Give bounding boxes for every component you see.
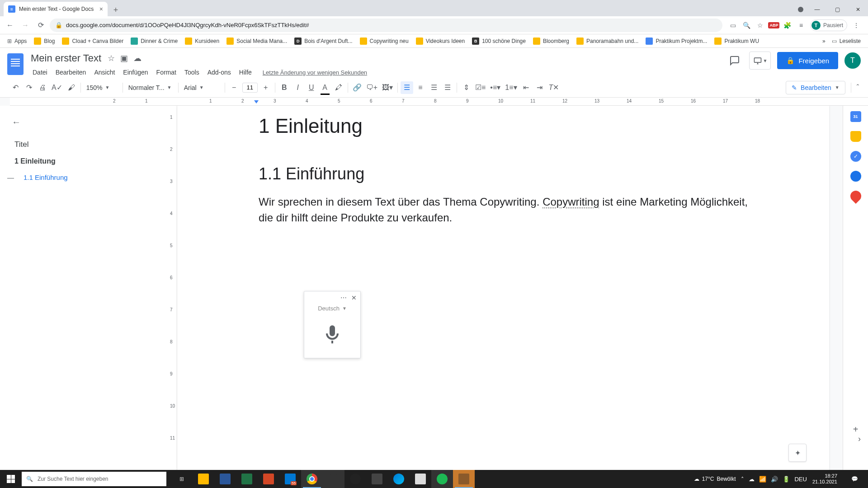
keep-app-icon[interactable] — [850, 131, 861, 142]
document-page[interactable]: 1 Einleitung 1.1 Einführung Wir sprechen… — [177, 106, 829, 471]
outline-heading-2[interactable]: 1.1 Einführung — [9, 170, 158, 185]
highlight-color-button[interactable]: 🖍 — [332, 81, 345, 94]
bold-button[interactable]: B — [278, 81, 291, 94]
taskbar-excel[interactable] — [236, 470, 258, 488]
menu-format[interactable]: Format — [153, 67, 180, 78]
docs-logo-icon[interactable] — [7, 53, 24, 75]
bookmark-item[interactable]: Blog — [31, 36, 57, 47]
bookmark-item[interactable]: Social Media Mana... — [224, 36, 290, 47]
task-view-button[interactable]: ⊞ — [171, 470, 193, 488]
taskbar-clock[interactable]: 18:27 21.10.2021 — [812, 473, 840, 485]
checklist-button[interactable]: ☑≡ — [473, 81, 487, 94]
taskbar-explorer[interactable] — [193, 470, 214, 488]
text-color-button[interactable]: A — [319, 81, 331, 94]
taskbar-spotify[interactable] — [431, 470, 453, 488]
voice-mic-button[interactable] — [304, 315, 360, 358]
indent-marker-icon[interactable] — [254, 100, 259, 103]
start-button[interactable] — [0, 470, 22, 488]
menu-addons[interactable]: Add-ons — [204, 67, 235, 78]
menu-tools[interactable]: Tools — [181, 67, 203, 78]
line-spacing-button[interactable]: ⇕ — [460, 81, 472, 94]
zoom-select[interactable]: 150%▼ — [84, 84, 120, 91]
collapse-toolbar-button[interactable]: ˆ — [857, 84, 859, 92]
maximize-button[interactable]: ▢ — [827, 3, 848, 16]
taskbar-chrome[interactable] — [301, 470, 323, 488]
bookmark-item[interactable]: Dinner & Crime — [128, 36, 180, 47]
reading-list-button[interactable]: ▭Leseliste — [829, 36, 863, 46]
bookmark-item[interactable]: Cload + Canva Bilder — [59, 36, 126, 47]
voice-language-select[interactable]: Deutsch▼ — [304, 304, 360, 315]
chrome-menu-icon[interactable]: ⋮ — [852, 21, 861, 30]
bookmark-item[interactable]: Kursideen — [182, 36, 222, 47]
menu-hilfe[interactable]: Hilfe — [236, 67, 255, 78]
extensions-icon[interactable]: 🧩 — [783, 21, 792, 30]
align-center-button[interactable]: ≡ — [414, 81, 427, 94]
volume-icon[interactable]: 🔊 — [771, 476, 778, 483]
new-tab-button[interactable]: + — [109, 4, 122, 16]
menu-datei[interactable]: Datei — [29, 67, 51, 78]
zoom-icon[interactable]: 🔍 — [742, 21, 751, 30]
align-left-button[interactable]: ☰ — [401, 81, 413, 94]
editing-mode-select[interactable]: ✎ Bearbeiten ▼ — [786, 81, 845, 94]
bulleted-list-button[interactable]: •≡▾ — [488, 81, 502, 94]
align-justify-button[interactable]: ☰ — [441, 81, 454, 94]
minimize-button[interactable]: — — [807, 3, 827, 16]
wifi-icon[interactable]: 📶 — [759, 476, 766, 483]
taskbar-app-active[interactable] — [453, 470, 475, 488]
maps-app-icon[interactable] — [848, 188, 863, 204]
taskbar-edge[interactable] — [388, 470, 410, 488]
paragraph-style-select[interactable]: Normaler T...▼ — [126, 84, 175, 91]
document-title-input[interactable]: Mein erster Text — [29, 52, 103, 65]
star-icon[interactable]: ☆ — [108, 53, 115, 63]
last-edit-link[interactable]: Letzte Änderung vor wenigen Sekunden — [263, 69, 367, 76]
bookmark-item[interactable]: Videokurs Ideen — [413, 36, 468, 47]
menu-einfuegen[interactable]: Einfügen — [119, 67, 151, 78]
bookmark-item[interactable]: DBois d'Argent Duft... — [292, 36, 355, 47]
taskbar-word[interactable] — [214, 470, 236, 488]
bookmark-item[interactable]: Panoramabahn und... — [574, 36, 641, 47]
bookmark-item[interactable]: Bloomberg — [530, 36, 572, 47]
explore-button[interactable]: ✦ — [788, 444, 807, 462]
bookmark-item[interactable]: B100 schöne Dinge — [469, 36, 528, 47]
back-button[interactable]: ← — [4, 19, 16, 32]
move-folder-icon[interactable]: ▣ — [120, 53, 128, 63]
action-center-button[interactable]: 💬 — [845, 470, 863, 488]
tasks-app-icon[interactable] — [850, 151, 861, 162]
side-panel-collapse-icon[interactable]: › — [858, 434, 861, 444]
voice-typing-widget[interactable]: ⋯ ✕ Deutsch▼ — [304, 291, 361, 358]
present-button[interactable]: ▼ — [749, 52, 771, 70]
url-input[interactable]: 🔒 docs.google.com/document/d/1OOoPQeHD4J… — [50, 19, 722, 32]
weather-widget[interactable]: ☁ 17°C Bewölkt — [694, 476, 736, 482]
contacts-app-icon[interactable] — [850, 171, 861, 182]
spellcheck-word[interactable]: Copywriting — [542, 196, 599, 208]
forward-button[interactable]: → — [19, 19, 32, 32]
bookmark-item[interactable]: Copywriting neu — [357, 36, 411, 47]
insert-link-button[interactable]: 🔗 — [351, 81, 363, 94]
get-addons-button[interactable]: + — [850, 424, 861, 435]
reload-button[interactable]: ⟳ — [34, 19, 47, 32]
menu-bearbeiten[interactable]: Bearbeiten — [52, 67, 90, 78]
taskbar-app[interactable] — [366, 470, 388, 488]
language-indicator[interactable]: DEU — [794, 476, 807, 483]
print-button[interactable]: 🖨 — [36, 81, 49, 94]
bookmark-item[interactable]: Praktikum Projektm... — [643, 36, 710, 47]
voice-close-icon[interactable]: ✕ — [351, 294, 357, 301]
bookmarks-overflow-icon[interactable]: » — [822, 38, 826, 44]
paint-format-button[interactable]: 🖌 — [65, 81, 78, 94]
underline-button[interactable]: U — [305, 81, 318, 94]
adblock-icon[interactable]: ABP — [769, 21, 778, 30]
outline-back-button[interactable]: ← — [9, 115, 24, 129]
insert-image-button[interactable]: 🖼▾ — [380, 81, 395, 94]
reading-list-icon[interactable]: ≡ — [797, 21, 806, 30]
redo-button[interactable]: ↷ — [23, 81, 35, 94]
numbered-list-button[interactable]: 1≡▾ — [503, 81, 519, 94]
account-avatar[interactable]: T — [844, 52, 861, 69]
taskbar-app[interactable] — [344, 470, 366, 488]
taskbar-search[interactable]: 🔍 Zur Suche Text hier eingeben — [22, 472, 166, 486]
align-right-button[interactable]: ☰ — [428, 81, 440, 94]
close-window-button[interactable]: ✕ — [848, 3, 868, 16]
clear-formatting-button[interactable]: T✕ — [547, 81, 561, 94]
increase-font-button[interactable]: + — [259, 81, 272, 94]
battery-icon[interactable]: 🔋 — [783, 476, 790, 483]
outline-heading-1[interactable]: 1 Einleitung — [9, 153, 158, 170]
